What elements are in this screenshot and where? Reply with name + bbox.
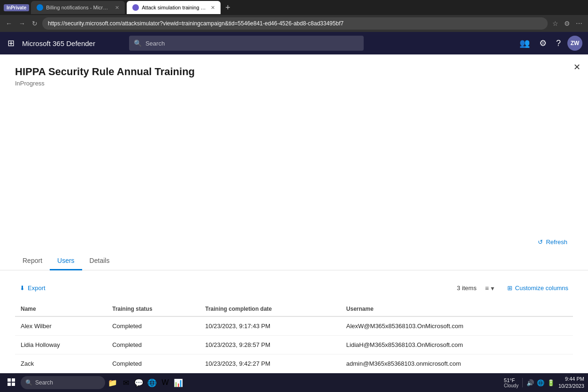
tab-label-2: Attack simulation training - Micr... [142,5,206,10]
browser-chrome: InPrivate Billing notifications - Micros… [0,0,588,32]
svg-rect-0 [8,378,11,382]
taskbar-search-icon: 🔍 [25,379,32,386]
items-count: 3 items [457,284,476,292]
export-icon: ⬇ [20,284,25,292]
cell-completion-date: 10/23/2023, 9:42:27 PM [199,354,341,373]
taskbar-search[interactable]: 🔍 [21,376,105,389]
svg-rect-1 [12,378,15,382]
taskbar-right: 51°F Cloudy 🔊 🌐 🔋 9:44 PM 10/23/2023 [504,376,584,390]
taskbar: 🔍 📁 ✉ 💬 🌐 W 📊 51°F Cloudy 🔊 🌐 🔋 9: [0,373,588,392]
users-table: Name Training status Training completion… [15,302,573,373]
app-shell: ⊞ Microsoft 365 Defender 🔍 👥 ⚙ ? ZW ✕ HI… [0,32,588,392]
taskbar-mail[interactable]: ✉ [120,377,131,388]
refresh-icon: ↺ [538,238,543,246]
content-area: ✕ HIPPA Security Rule Annual Training In… [0,54,588,373]
cell-name: Zack [15,354,107,373]
col-name: Name [15,302,107,316]
table-row[interactable]: Zack Completed 10/23/2023, 9:42:27 PM ad… [15,354,573,373]
browser-actions: ☆ ⚙ ⋯ [550,18,584,29]
app-search-bar[interactable]: 🔍 [129,36,364,51]
app-title: Microsoft 365 Defender [22,39,95,47]
weather-temp: 51°F [504,377,515,383]
cell-name: Lidia Holloway [15,336,107,354]
taskbar-search-input[interactable] [35,379,82,386]
data-table-container: Name Training status Training completion… [0,302,588,373]
clock-date: 10/23/2023 [558,383,584,390]
user-avatar[interactable]: ZW [567,36,582,51]
table-toolbar: ⬇ Export 3 items ≡ ▾ ⊞ Customize columns [0,278,588,298]
app-header-actions: 👥 ⚙ ? ZW [517,35,582,51]
forward-button[interactable]: → [17,18,27,29]
favorites-button[interactable]: ☆ [550,18,560,29]
view-toggle-icon: ≡ [485,284,489,292]
tab-label-1: Billing notifications - Microsoft ... [46,5,110,10]
cell-username: LidiaH@M365x85368103.OnMicrosoft.com [341,336,573,354]
tray-icon-3[interactable]: 🔋 [547,379,555,386]
tab-users[interactable]: Users [50,252,82,270]
taskbar-separator [522,378,523,387]
cell-name: Alex Wilber [15,316,107,336]
back-button[interactable]: ← [4,18,14,29]
customize-columns-button[interactable]: ⊞ Customize columns [503,282,573,294]
extensions-button[interactable]: ⚙ [562,18,572,29]
browser-tab-1[interactable]: Billing notifications - Microsoft ... ✕ [31,1,125,14]
settings-icon-button[interactable]: ⚙ [536,35,550,51]
toolbar-right: 3 items ≡ ▾ ⊞ Customize columns [457,282,573,294]
tabs-bar: Report Users Details [0,252,588,270]
search-input[interactable] [145,40,359,47]
table-header: Name Training status Training completion… [15,302,573,316]
reload-button[interactable]: ↻ [30,18,39,29]
app-header: ⊞ Microsoft 365 Defender 🔍 👥 ⚙ ? ZW [0,32,588,54]
cell-status: Completed [107,316,199,336]
taskbar-edge[interactable]: 🌐 [146,377,158,388]
table-row[interactable]: Alex Wilber Completed 10/23/2023, 9:17:4… [15,316,573,336]
tray-icon-2[interactable]: 🌐 [537,379,544,386]
address-bar[interactable] [42,17,548,30]
people-icon-button[interactable]: 👥 [517,35,533,51]
cell-completion-date: 10/23/2023, 9:28:57 PM [199,336,341,354]
svg-rect-3 [12,383,15,386]
start-button[interactable] [4,377,19,389]
weather-condition: Cloudy [504,383,519,388]
refresh-area: ↺ Refresh [0,236,588,248]
taskbar-weather: 51°F Cloudy [504,377,519,388]
app-grid-button[interactable]: ⊞ [6,36,16,50]
cell-username: AlexW@M365x85368103.OnMicrosoft.com [341,316,573,336]
export-button[interactable]: ⬇ Export [15,282,50,294]
settings-more-button[interactable]: ⋯ [574,18,584,29]
cell-completion-date: 10/23/2023, 9:17:43 PM [199,316,341,336]
taskbar-word[interactable]: W [160,377,171,388]
search-icon: 🔍 [134,39,142,47]
panel-content: HIPPA Security Rule Annual Training InPr… [0,54,588,236]
col-completion-date: Training completion date [199,302,341,316]
table-body: Alex Wilber Completed 10/23/2023, 9:17:4… [15,316,573,373]
view-toggle-button[interactable]: ≡ ▾ [482,283,496,294]
taskbar-clock[interactable]: 9:44 PM 10/23/2023 [558,376,584,390]
tab-close-2[interactable]: ✕ [211,5,215,11]
panel-title: HIPPA Security Rule Annual Training [15,66,573,78]
browser-titlebar: InPrivate Billing notifications - Micros… [0,0,588,15]
tab-report[interactable]: Report [15,252,50,270]
inprivate-badge: InPrivate [4,4,29,11]
panel-close-button[interactable]: ✕ [573,62,580,72]
help-icon-button[interactable]: ? [553,36,564,51]
tab-details[interactable]: Details [82,252,117,270]
clock-time: 9:44 PM [558,376,584,383]
tab-icon-2 [132,4,139,11]
taskbar-app-icons: 📁 ✉ 💬 🌐 W 📊 [107,377,184,388]
system-tray: 🔊 🌐 🔋 [527,379,555,386]
svg-rect-2 [8,383,11,386]
tray-icon-1[interactable]: 🔊 [527,379,534,386]
taskbar-file-explorer[interactable]: 📁 [107,377,118,388]
col-username: Username [341,302,573,316]
new-tab-button[interactable]: + [222,3,233,13]
cell-status: Completed [107,336,199,354]
table-row[interactable]: Lidia Holloway Completed 10/23/2023, 9:2… [15,336,573,354]
taskbar-app6[interactable]: 📊 [173,377,184,388]
chevron-down-icon: ▾ [491,284,494,292]
tab-close-1[interactable]: ✕ [115,5,119,11]
taskbar-teams[interactable]: 💬 [133,377,145,388]
refresh-button[interactable]: ↺ Refresh [532,236,573,248]
columns-icon: ⊞ [507,284,512,292]
browser-tab-2[interactable]: Attack simulation training - Micr... ✕ [127,1,221,14]
